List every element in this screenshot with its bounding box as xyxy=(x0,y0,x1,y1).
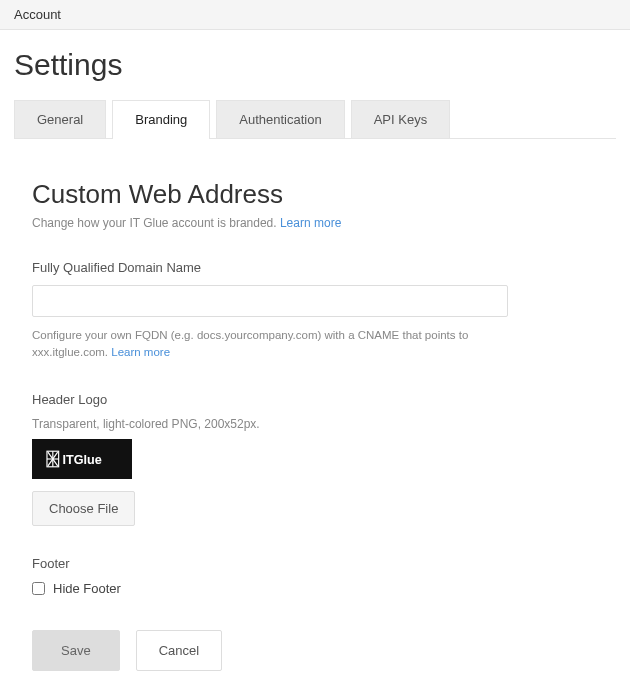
tab-api-keys[interactable]: API Keys xyxy=(351,100,450,138)
fqdn-hint-text: Configure your own FQDN (e.g. docs.yourc… xyxy=(32,329,468,358)
fqdn-group: Fully Qualified Domain Name Configure yo… xyxy=(32,260,598,362)
section-subtitle-text: Change how your IT Glue account is brand… xyxy=(32,216,277,230)
choose-file-button[interactable]: Choose File xyxy=(32,491,135,526)
tabs: General Branding Authentication API Keys xyxy=(14,100,616,139)
topbar: Account xyxy=(0,0,630,30)
fqdn-hint: Configure your own FQDN (e.g. docs.yourc… xyxy=(32,327,512,362)
hide-footer-row: Hide Footer xyxy=(32,581,598,596)
hide-footer-label[interactable]: Hide Footer xyxy=(53,581,121,596)
save-button[interactable]: Save xyxy=(32,630,120,671)
footer-label: Footer xyxy=(32,556,598,571)
section-title: Custom Web Address xyxy=(32,179,598,210)
page-title: Settings xyxy=(14,48,616,82)
header-logo-group: Header Logo Transparent, light-colored P… xyxy=(32,392,598,526)
fqdn-input[interactable] xyxy=(32,285,508,317)
breadcrumb[interactable]: Account xyxy=(14,7,61,22)
cancel-button[interactable]: Cancel xyxy=(136,630,222,671)
learn-more-link[interactable]: Learn more xyxy=(280,216,341,230)
content: Custom Web Address Change how your IT Gl… xyxy=(14,139,616,671)
itglue-logo-icon: ITGlue xyxy=(46,450,118,468)
fqdn-label: Fully Qualified Domain Name xyxy=(32,260,598,275)
tab-branding[interactable]: Branding xyxy=(112,100,210,138)
svg-text:ITGlue: ITGlue xyxy=(63,452,102,466)
page: Settings General Branding Authentication… xyxy=(0,30,630,684)
header-logo-hint: Transparent, light-colored PNG, 200x52px… xyxy=(32,417,598,431)
header-logo-preview: ITGlue xyxy=(32,439,132,479)
section-subtitle: Change how your IT Glue account is brand… xyxy=(32,216,598,230)
hide-footer-checkbox[interactable] xyxy=(32,582,45,595)
fqdn-learn-more-link[interactable]: Learn more xyxy=(111,346,170,358)
header-logo-label: Header Logo xyxy=(32,392,598,407)
tab-authentication[interactable]: Authentication xyxy=(216,100,344,138)
tab-general[interactable]: General xyxy=(14,100,106,138)
form-actions: Save Cancel xyxy=(32,630,598,671)
footer-group: Footer Hide Footer xyxy=(32,556,598,596)
